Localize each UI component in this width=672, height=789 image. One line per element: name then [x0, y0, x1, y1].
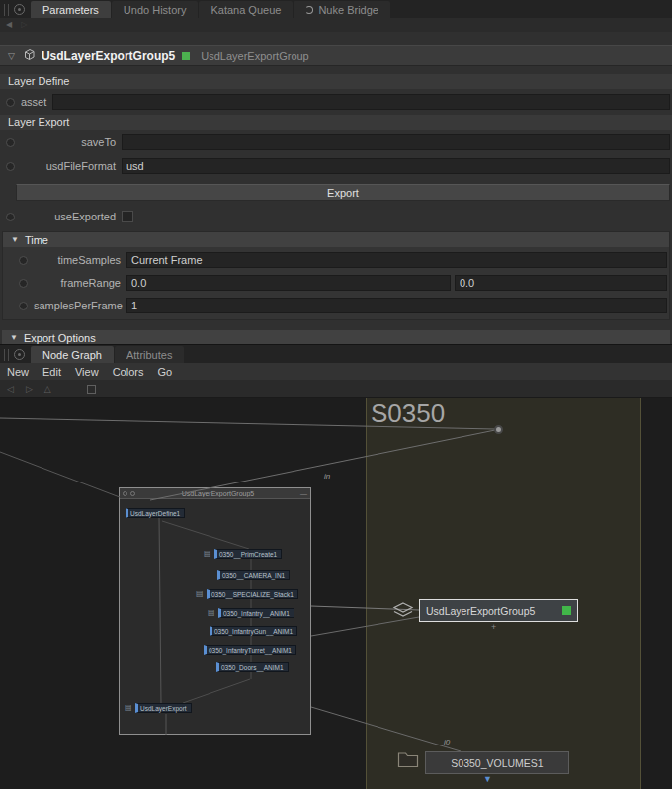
- group-expand-icon[interactable]: +: [491, 622, 496, 632]
- node-label: 0350__PrimCreate1: [219, 551, 277, 558]
- samplesperframe-input[interactable]: [126, 298, 667, 313]
- tab-nuke-bridge[interactable]: Nuke Bridge: [294, 1, 390, 18]
- graph-node-s0350-volumes1[interactable]: S0350_VOLUMES1: [425, 751, 569, 774]
- tab-undo-history[interactable]: Undo History: [112, 1, 199, 18]
- param-label: frameRange: [34, 277, 121, 289]
- tab-label: Parameters: [42, 4, 99, 16]
- node-type-icon: [22, 47, 35, 65]
- node-graph-tabbar: Node Graph Attributes: [0, 345, 672, 363]
- port-arrow-icon: ▼: [483, 774, 492, 784]
- tab-label: Node Graph: [42, 349, 102, 361]
- param-label: timeSamples: [34, 254, 121, 266]
- menu-go[interactable]: Go: [157, 366, 172, 378]
- node-status-badge[interactable]: [182, 52, 190, 60]
- tab-node-graph[interactable]: Node Graph: [31, 346, 114, 363]
- menu-edit[interactable]: Edit: [42, 366, 61, 378]
- graph-node-camera-in1[interactable]: 0350__CAMERA_IN1: [217, 570, 290, 580]
- collapse-triangle-icon[interactable]: ▽: [8, 51, 15, 61]
- section-label: Layer Define: [8, 75, 69, 87]
- panel-grip-icon[interactable]: [4, 4, 9, 16]
- param-row-framerange: frameRange: [3, 273, 669, 293]
- node-graph-toolbar: ◁ ▷ △: [0, 380, 672, 398]
- node-graph-menubar: New Edit View Colors Go: [0, 363, 672, 380]
- group-minimize-icon[interactable]: —: [300, 490, 307, 497]
- useexported-checkbox[interactable]: [122, 211, 133, 222]
- param-state-icon[interactable]: [6, 213, 15, 221]
- tab-label: Undo History: [124, 4, 187, 16]
- panel-grip-icon[interactable]: [4, 349, 9, 361]
- forward-arrow-icon[interactable]: ▷: [21, 18, 27, 32]
- dot-node[interactable]: [494, 425, 503, 434]
- panel-menu-icon[interactable]: [14, 4, 25, 15]
- export-button-row: Export: [0, 184, 672, 201]
- menu-new[interactable]: New: [7, 366, 29, 378]
- nav-forward-icon[interactable]: ▷: [26, 384, 33, 394]
- graph-node-usdlayerexportgroup5[interactable]: UsdLayerExportGroup5: [419, 599, 578, 622]
- saveto-input[interactable]: [122, 134, 670, 150]
- backdrop-s0350[interactable]: S0350: [366, 398, 641, 789]
- node-name: UsdLayerExportGroup5: [42, 49, 175, 63]
- panel-menu-icon[interactable]: [14, 349, 25, 360]
- usdfileformat-input[interactable]: [122, 158, 670, 174]
- framerange-start-input[interactable]: [126, 275, 451, 291]
- node-status-badge: [562, 606, 571, 615]
- node-label: UsdLayerExport: [140, 705, 187, 712]
- node-label: UsdLayerExportGroup5: [426, 605, 556, 617]
- section-layer-define: Layer Define: [0, 74, 672, 89]
- section-time[interactable]: ▼ Time: [3, 232, 669, 247]
- port-label-in: in: [324, 472, 330, 481]
- tab-label: Attributes: [126, 349, 172, 361]
- node-label: 0350__CAMERA_IN1: [222, 572, 285, 579]
- param-label: useExported: [21, 211, 116, 222]
- graph-node-infantryturret-anim1[interactable]: 0350_InfantryTurret__ANIM1: [204, 645, 296, 655]
- node-label: 0350_InfantryTurret__ANIM1: [209, 647, 292, 654]
- param-state-icon[interactable]: [19, 279, 28, 288]
- graph-node-infantrygun-anim1[interactable]: 0350_InfantryGun__ANIM1: [210, 626, 297, 636]
- framerange-end-input[interactable]: [455, 275, 667, 291]
- timesamples-input[interactable]: [126, 252, 667, 268]
- stack-icon: ▤: [125, 703, 132, 712]
- group-panel-title: UsdLayerExportGroup5: [138, 490, 297, 497]
- tab-parameters[interactable]: Parameters: [31, 1, 111, 18]
- section-export-options[interactable]: ▼ Export Options: [2, 330, 670, 344]
- katana-window: Parameters Undo History Katana Queue Nuk…: [0, 0, 672, 789]
- param-state-icon[interactable]: [6, 162, 15, 171]
- group-edit-icon[interactable]: [130, 491, 135, 496]
- graph-node-specialize-stack1[interactable]: 0350__SPECIALIZE_Stack1: [207, 589, 298, 599]
- group-view-icon[interactable]: [123, 491, 127, 496]
- group-panel-header[interactable]: UsdLayerExportGroup5 —: [120, 488, 310, 499]
- param-state-icon[interactable]: [6, 138, 15, 147]
- param-label: asset: [21, 96, 46, 108]
- menu-view[interactable]: View: [75, 366, 99, 378]
- nav-back-icon[interactable]: ◁: [7, 384, 14, 394]
- tab-label: Nuke Bridge: [318, 4, 378, 16]
- expand-triangle-icon: ▼: [11, 235, 19, 244]
- nav-up-icon[interactable]: △: [44, 384, 51, 394]
- graph-node-usdlayerexport[interactable]: UsdLayerExport: [135, 703, 192, 713]
- graph-node-doors-anim1[interactable]: 0350_Doors__ANIM1: [216, 662, 289, 672]
- param-state-icon[interactable]: [6, 98, 15, 107]
- param-row-asset: asset: [0, 92, 672, 112]
- node-label: 0350_Infantry__ANIM1: [223, 610, 290, 617]
- tab-katana-queue[interactable]: Katana Queue: [199, 1, 293, 18]
- section-label: Layer Export: [8, 116, 69, 128]
- node-graph-canvas[interactable]: S0350 UsdLayerExportGr: [0, 398, 672, 789]
- stack-icon: ▤: [196, 589, 204, 598]
- param-state-icon[interactable]: [19, 302, 28, 310]
- node-header: ▽ UsdLayerExportGroup5 UsdLayerExportGro…: [0, 45, 672, 66]
- export-button[interactable]: Export: [16, 184, 670, 201]
- param-row-timesamples: timeSamples: [3, 250, 669, 270]
- tab-attributes[interactable]: Attributes: [115, 346, 184, 363]
- param-state-icon[interactable]: [19, 256, 28, 265]
- snapshot-icon[interactable]: [87, 385, 96, 394]
- param-label: usdFileFormat: [21, 160, 116, 172]
- param-row-saveto: saveTo: [0, 132, 672, 152]
- graph-node-primcreate1[interactable]: 0350__PrimCreate1: [214, 549, 282, 559]
- node-label: 0350_Doors__ANIM1: [221, 664, 284, 671]
- menu-colors[interactable]: Colors: [113, 366, 144, 378]
- asset-input[interactable]: [52, 94, 670, 110]
- param-row-samplesperframe: samplesPerFrame: [3, 296, 669, 315]
- graph-node-infantry-anim1[interactable]: 0350_Infantry__ANIM1: [218, 608, 294, 618]
- back-arrow-icon[interactable]: ◀: [6, 18, 12, 32]
- graph-node-usdlayerdefine1[interactable]: UsdLayerDefine1: [126, 508, 185, 518]
